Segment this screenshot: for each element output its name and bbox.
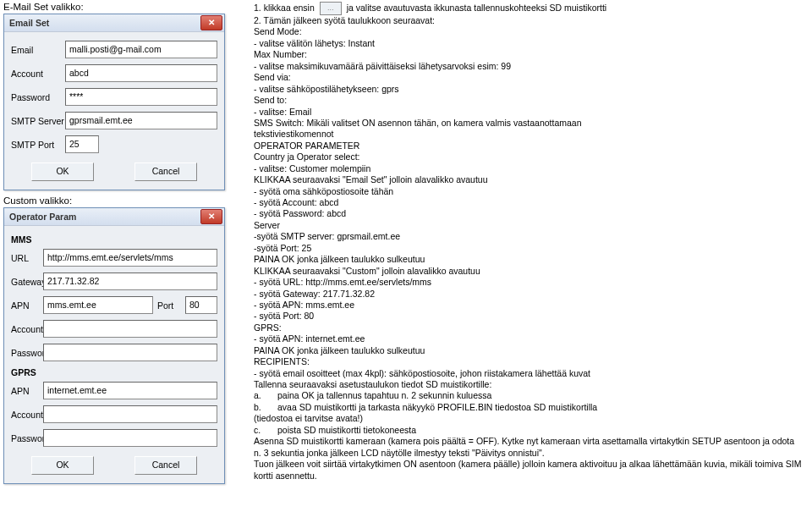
gprs-apn-field[interactable]: internet.emt.ee [43,382,217,399]
instr-line: KLIKKAA seuraavaksi "Custom" jolloin ala… [254,266,804,277]
password-label: Password [11,92,65,102]
instr-line: - syötä Account: abcd [254,197,804,208]
gateway-label: Gateway [11,277,43,287]
email-label: Email [11,45,65,55]
gprs-password-label: Password [11,433,43,443]
gprs-account-field[interactable] [43,405,217,423]
gprs-account-label: Account [11,410,43,420]
operator-param-dialog: Operator Param ✕ MMS URL http://mms.emt.… [3,207,225,484]
gprs-section-header: GPRS [11,367,217,377]
smtp-port-label: SMTP Port [11,140,65,150]
url-field[interactable]: http://mms.emt.ee/servlets/mms [43,249,217,267]
instr-line: avaa SD muistikortti ja tarkasta näkyykö… [277,402,597,412]
instr-line: KLIKKAA seuraavaksi "Email Set" jolloin … [254,174,804,185]
password-field[interactable]: **** [65,88,217,106]
instr-line: 2. Tämän jälkeen syötä taulukkoon seuraa… [254,15,804,26]
instr-line: ja valitse avautuvasta ikkunasta tallenn… [347,3,607,13]
instr-paragraph: Tuon jälkeen voit siirtää virtakytkimen … [254,459,804,482]
smtp-server-field[interactable]: gprsmail.emt.ee [65,112,217,129]
list-letter: a. [254,390,277,401]
instr-line: poista SD muistikortti tietokoneesta [277,425,416,435]
instr-line: PAINA OK jonka jälkeen taulukko sulkeutu… [254,345,804,356]
dialog-title: Email Set [9,18,200,28]
instr-line: - valitse sähköpostilähetykseen: gprs [254,84,804,95]
ok-button[interactable]: OK [31,456,94,475]
instr-line: Max Number: [254,49,804,60]
port-field[interactable]: 80 [185,296,217,314]
instr-line: - syötä URL: http://mms.emt.ee/servlets/… [254,277,804,288]
cancel-button[interactable]: Cancel [134,162,197,181]
instr-line: - syötä email osoitteet (max 4kpl): sähk… [254,368,804,379]
account-field[interactable]: abcd [65,64,217,82]
instr-line: SMS Switch: Mikäli valitset ON asennon t… [254,118,804,129]
account-field[interactable] [43,320,217,338]
instr-line: - syötä Port: 80 [254,311,804,322]
instr-line: -syötä Port: 25 [254,243,804,254]
instr-line: - valitse maksimikuvamäärä päivittäiseks… [254,61,804,72]
instr-line: Send Mode: [254,26,804,37]
password-field[interactable] [43,344,217,361]
instr-line: Country ja Operator select: [254,151,804,162]
smtp-port-field[interactable]: 25 [65,135,99,153]
list-letter: b. [254,402,277,413]
instr-line: Server [254,220,804,231]
apn-field[interactable]: mms.emt.ee [43,296,153,314]
mms-section-header: MMS [11,234,217,245]
instr-line: - syötä APN: internet.emt.ee [254,333,804,344]
instr-line: - valitse: Email [254,107,804,118]
list-letter: c. [254,425,277,436]
instr-line: OPERATOR PARAMETER [254,140,804,151]
instr-line: - valitse: Customer molempiin [254,163,804,174]
instr-line: 1. klikkaa ensin [254,3,317,13]
account-label: Account [11,324,43,334]
instr-line: PAINA OK jonka jälkeen taulukko sulkeutu… [254,254,804,265]
instr-line: Send via: [254,72,804,83]
instr-line: (tiedostoa ei tarvitse avata!) [254,413,804,424]
password-label: Password [11,348,43,358]
apn-label: APN [11,300,43,311]
smtp-server-label: SMTP Server [11,116,65,126]
dialog-title: Operator Param [9,212,200,222]
url-label: URL [11,253,43,263]
instr-line: GPRS: [254,322,804,333]
port-label: Port [157,300,181,311]
close-icon[interactable]: ✕ [200,209,222,224]
instr-line: Send to: [254,95,804,106]
instr-line: tekstiviestikomennot [254,129,804,140]
instr-line: - syötä oma sähköpostiosoite tähän [254,186,804,197]
instr-line: - syötä Password: abcd [254,208,804,219]
ellipsis-button-icon: … [320,2,342,15]
instr-line: Tallenna seuraavaksi asetustaulukon tied… [254,379,804,390]
instr-paragraph: Asenna SD muistikortti kameraan (kamera … [254,436,804,459]
instr-line: -syötä SMTP server: gprsmail.emt.ee [254,231,804,242]
instr-line: - syötä Gateway: 217.71.32.82 [254,289,804,300]
account-label: Account [11,69,65,79]
instr-line: paina OK ja tallennus tapahtuu n. 2 seku… [277,390,491,400]
ok-button[interactable]: OK [31,162,94,181]
instr-line: RECIPIENTS: [254,356,804,367]
gprs-apn-label: APN [11,386,43,396]
instr-line: - syötä APN: mms.emt.ee [254,300,804,311]
instr-line: - valitse välitön lähetys: Instant [254,38,804,49]
instructions-text: 1. klikkaa ensin … ja valitse avautuvast… [254,2,804,482]
email-set-heading: E-Mail Set valikko: [3,2,249,12]
email-field[interactable]: malli.posti@g-mail.com [65,41,217,58]
close-icon[interactable]: ✕ [200,15,222,30]
custom-heading: Custom valikko: [3,195,249,206]
email-set-dialog: Email Set ✕ Email malli.posti@g-mail.com… [3,14,225,190]
gateway-field[interactable]: 217.71.32.82 [43,273,217,290]
cancel-button[interactable]: Cancel [134,456,197,475]
gprs-password-field[interactable] [43,429,217,447]
